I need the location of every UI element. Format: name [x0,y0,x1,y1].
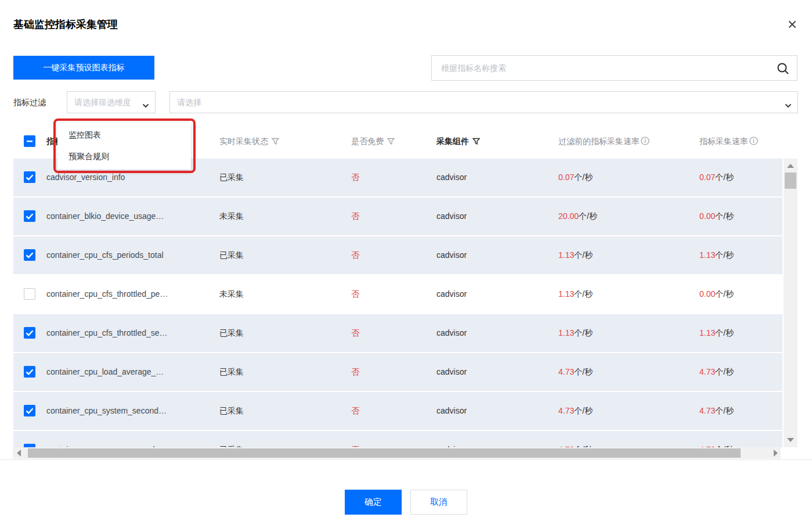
metrics-table-body: cadvisor_version_info 已采集 否 cadvisor 0.0… [13,159,782,447]
rate-cell: 1.13个/秒 [699,236,734,274]
collect-preset-button[interactable]: 一键采集预设图表指标 [13,56,154,80]
rate-before-cell: 4.73个/秒 [558,431,593,447]
row-checkbox[interactable] [24,171,35,183]
free-cell: 否 [351,314,359,352]
column-header-rate-before: 过滤前的指标采集速率 [558,128,649,156]
row-checkbox[interactable] [24,210,35,222]
component-cell: cadvisor [436,431,467,447]
dropdown-option-monitor-chart[interactable]: 监控图表 [57,124,191,146]
filter-options-popup: 监控图表 预聚合规则 [57,123,191,170]
info-icon[interactable] [749,129,758,156]
status-cell: 已采集 [219,431,244,447]
rate-before-cell: 4.73个/秒 [558,392,593,430]
rate-cell: 4.73个/秒 [699,431,734,447]
close-button[interactable] [784,17,801,34]
status-cell: 已采集 [219,392,244,430]
status-cell: 已采集 [219,236,244,274]
component-cell: cadvisor [436,275,467,313]
rate-before-cell: 1.13个/秒 [558,236,593,274]
rate-before-cell: 20.00个/秒 [558,197,597,235]
status-cell: 已采集 [219,159,244,196]
close-icon [788,20,797,31]
free-cell: 否 [351,431,359,447]
component-cell: cadvisor [436,353,467,391]
vertical-scrollbar[interactable] [784,159,797,447]
table-row[interactable]: container_blkio_device_usage… 未采集 否 cadv… [13,197,782,236]
free-cell: 否 [351,392,359,430]
select-all-checkbox[interactable] [24,135,35,147]
component-cell: cadvisor [436,236,467,274]
status-cell: 已采集 [219,314,244,352]
rate-cell: 4.73个/秒 [699,353,734,391]
row-checkbox[interactable] [24,288,35,300]
column-header-rate: 指标采集速率 [699,128,758,156]
rate-before-cell: 4.73个/秒 [558,353,593,391]
table-row[interactable]: container_cpu_cfs_periods_total 已采集 否 ca… [13,236,782,275]
table-row[interactable]: container_cpu_load_average_… 已采集 否 cadvi… [13,353,782,392]
status-cell: 未采集 [219,197,244,235]
metric-name-cell: container_cpu_system_second… [46,392,167,430]
component-cell: cadvisor [436,392,467,430]
metric-name-cell: container_cpu_cfs_periods_total [46,236,164,274]
status-cell: 已采集 [219,353,244,391]
row-checkbox[interactable] [24,405,35,416]
filter-icon[interactable] [387,129,395,156]
chevron-down-icon [785,100,792,110]
filter-dimension-select[interactable]: 请选择筛选维度 [67,91,156,113]
filter-icon[interactable] [272,129,279,156]
rate-before-cell: 0.07个/秒 [558,159,593,196]
vertical-scroll-thumb[interactable] [785,173,796,189]
table-row[interactable]: container_cpu_system_second… 已采集 否 cadvi… [13,392,782,431]
metric-search-box[interactable] [431,55,797,81]
filter-icon[interactable] [472,129,480,156]
row-checkbox[interactable] [24,249,35,261]
filter-label: 指标过滤 [13,96,46,108]
rate-cell: 0.00个/秒 [699,275,734,313]
metric-name-cell: container_cpu_cfs_throttled_se… [46,314,168,352]
free-cell: 否 [351,159,359,196]
metric-name-cell: container_cpu_usage_second… [46,431,163,447]
rate-before-cell: 1.13个/秒 [558,275,593,313]
table-row[interactable]: container_cpu_cfs_throttled_pe… 未采集 否 ca… [13,275,782,314]
horizontal-scroll-thumb[interactable] [28,448,741,458]
metric-name-cell: container_cpu_load_average_… [46,353,164,391]
scroll-right-arrow-icon[interactable] [774,450,778,457]
free-cell: 否 [351,275,359,313]
row-checkbox[interactable] [24,366,35,378]
scroll-down-arrow-icon[interactable] [787,438,794,442]
scroll-left-arrow-icon[interactable] [17,450,21,457]
scroll-up-arrow-icon[interactable] [787,164,794,168]
value-placeholder: 请选择 [177,92,201,113]
metric-name-cell: container_blkio_device_usage… [46,197,164,235]
info-icon[interactable] [641,129,649,156]
status-cell: 未采集 [219,275,244,313]
metric-collection-dialog: 基础监控指标采集管理 一键采集预设图表指标 指标过滤 请选择筛选维度 请选择 指… [0,0,812,528]
free-cell: 否 [351,353,359,391]
column-header-status: 实时采集状态 [219,128,279,156]
rate-cell: 4.73个/秒 [699,392,734,430]
chevron-down-icon [142,100,149,110]
column-header-component: 采集组件 [436,128,480,156]
table-row[interactable]: container_cpu_cfs_throttled_se… 已采集 否 ca… [13,314,782,353]
search-icon[interactable] [776,62,790,76]
ok-button[interactable]: 确定 [345,490,402,515]
page-title: 基础监控指标采集管理 [13,17,118,31]
component-cell: cadvisor [436,314,467,352]
component-cell: cadvisor [436,197,467,235]
table-row[interactable]: container_cpu_usage_second… 已采集 否 cadvis… [13,431,782,447]
horizontal-scrollbar[interactable] [13,447,781,459]
dropdown-option-preaggregation-rule[interactable]: 预聚合规则 [57,146,191,167]
free-cell: 否 [351,236,359,274]
free-cell: 否 [351,197,359,235]
component-cell: cadvisor [436,159,467,196]
rate-before-cell: 1.13个/秒 [558,314,593,352]
row-checkbox[interactable] [24,327,35,339]
rate-cell: 0.00个/秒 [699,197,734,235]
metric-name-cell: container_cpu_cfs_throttled_pe… [46,275,168,313]
cancel-button[interactable]: 取消 [410,490,467,515]
filter-value-select[interactable]: 请选择 [169,91,798,113]
metric-search-input[interactable] [441,56,772,80]
rate-cell: 1.13个/秒 [699,314,734,352]
column-header-free: 是否免费 [351,128,395,156]
dimension-placeholder: 请选择筛选维度 [74,92,131,113]
